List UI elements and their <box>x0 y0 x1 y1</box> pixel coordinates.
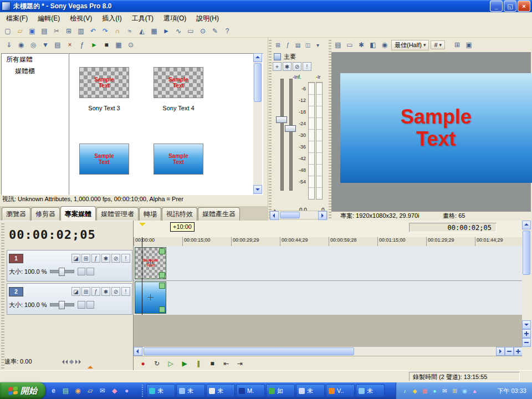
close-button[interactable]: × <box>518 1 530 12</box>
normal-edit-tool-icon[interactable]: ► <box>161 25 172 37</box>
save-icon[interactable]: ▣ <box>27 25 38 37</box>
cut-icon[interactable]: ✂ <box>51 25 62 37</box>
scroll-track[interactable] <box>279 211 318 219</box>
import-media-icon[interactable]: ⇓ <box>3 39 14 50</box>
volume-fader[interactable] <box>276 116 287 123</box>
start-preview-icon[interactable]: ► <box>89 39 100 50</box>
edit-cursor[interactable] <box>142 237 142 315</box>
time-display[interactable]: 00:00:02;05 <box>9 228 125 242</box>
play-from-start-button[interactable]: ▷ <box>165 358 177 369</box>
extract-audio-icon[interactable]: ◎ <box>28 39 39 50</box>
undo-icon[interactable]: ↶ <box>88 25 99 37</box>
track-rows[interactable]: Sample Text <box>134 246 522 315</box>
messenger-icon[interactable]: ◆ <box>110 386 119 396</box>
external-monitor-icon[interactable]: ▭ <box>345 40 355 50</box>
track-number-badge[interactable]: 1 <box>9 254 23 263</box>
ignore-event-grouping-icon[interactable]: ▦ <box>149 25 160 37</box>
minimize-button[interactable]: _ <box>490 1 503 12</box>
video-output-fx-icon[interactable]: ✱ <box>356 40 366 50</box>
copy-snapshot-icon[interactable]: ⊞ <box>452 40 462 50</box>
track-level-slider[interactable] <box>50 303 74 306</box>
lock-envelopes-icon[interactable]: ◭ <box>136 25 147 37</box>
redo-icon[interactable]: ↷ <box>100 25 111 37</box>
media-item[interactable]: Sample Text Sony Text 3 <box>79 67 140 112</box>
envelope-edit-tool-icon[interactable]: ∿ <box>173 25 184 37</box>
views-icon[interactable]: ▦ <box>113 39 124 50</box>
make-compositing-child-icon[interactable] <box>86 301 94 309</box>
track-motion-icon[interactable]: ⊞ <box>81 287 90 296</box>
menu-item[interactable]: 檔案(F) <box>1 13 33 24</box>
mute-icon[interactable]: ⊘ <box>293 62 301 71</box>
mixer-properties-icon[interactable]: ▤ <box>293 40 303 50</box>
taskbar-window-button[interactable]: V.. <box>326 384 355 397</box>
project-properties-icon[interactable]: ▤ <box>39 25 50 37</box>
zoom-out-button[interactable] <box>505 347 514 356</box>
media-thumbnail[interactable]: Sample Text <box>154 144 203 175</box>
pause-button[interactable]: ∥ <box>192 358 204 369</box>
preview-quality-button[interactable]: 最佳(Half) ▾ <box>391 40 429 50</box>
rate-marker[interactable] <box>88 363 93 369</box>
interactive-tutorials-icon[interactable]: ✎ <box>209 25 221 37</box>
scroll-track[interactable] <box>522 229 531 320</box>
scroll-down-icon[interactable] <box>253 185 262 194</box>
event-fx-icon[interactable] <box>159 272 165 278</box>
overlay-options-icon[interactable]: ◉ <box>380 40 390 50</box>
media-player-icon[interactable]: ◉ <box>73 386 83 396</box>
mixer-views-icon[interactable]: ▾ <box>313 40 323 50</box>
open-icon[interactable]: ▱ <box>14 25 25 37</box>
make-compositing-child-icon[interactable] <box>86 268 94 275</box>
scroll-right-icon[interactable] <box>318 211 327 220</box>
taskbar-window-button[interactable]: 未 <box>356 384 385 397</box>
bypass-motion-blur-icon[interactable]: ◪ <box>71 254 80 263</box>
tray-icon-3[interactable]: ▦ <box>421 387 429 395</box>
pan-crop-icon[interactable] <box>147 294 154 300</box>
scroll-right-icon[interactable] <box>496 347 505 356</box>
automation-settings-icon[interactable]: ✱ <box>101 287 110 296</box>
start-button[interactable]: 開始 <box>0 382 45 399</box>
solo-icon[interactable]: ! <box>303 62 311 71</box>
mute-icon[interactable]: ⊘ <box>111 287 120 296</box>
zoom-in-button[interactable] <box>514 347 522 356</box>
show-desktop-icon[interactable]: ▤ <box>61 386 70 396</box>
menu-item[interactable]: 選項(O) <box>158 13 191 24</box>
timeline-clip[interactable]: Sample Text <box>135 247 166 279</box>
tab[interactable]: 瀏覽器 <box>2 207 30 221</box>
save-snapshot-icon[interactable]: ▣ <box>464 40 474 50</box>
slider-knob[interactable] <box>59 301 65 309</box>
scroll-track[interactable] <box>253 62 262 185</box>
slider-knob[interactable] <box>59 268 65 276</box>
whats-this-help-icon[interactable]: ? <box>222 25 233 37</box>
media-item[interactable]: Sample Text <box>79 144 140 189</box>
insert-audio-bus-icon[interactable]: ⊞ <box>273 40 283 50</box>
tab[interactable]: 媒體產生器 <box>198 207 240 221</box>
zoom-edit-tool-icon[interactable]: ⊙ <box>197 25 208 37</box>
scroll-up-icon[interactable] <box>522 221 531 229</box>
ie-icon[interactable]: e <box>49 386 58 396</box>
go-to-start-button[interactable]: ⇤ <box>220 358 232 369</box>
tray-icon-2[interactable]: ◆ <box>411 387 419 395</box>
track-number-badge[interactable]: 2 <box>9 287 23 296</box>
solo-icon[interactable]: ! <box>121 254 130 263</box>
mute-icon[interactable]: ⊘ <box>111 254 120 263</box>
tray-icon-7[interactable]: ◉ <box>461 387 469 395</box>
project-video-properties-icon[interactable]: ▤ <box>333 40 343 50</box>
event-fade-handle-icon[interactable] <box>159 248 165 254</box>
cursor-head[interactable] <box>139 223 146 229</box>
menu-item[interactable]: 編輯(E) <box>33 13 65 24</box>
tray-icon-6[interactable]: ⊞ <box>451 387 459 395</box>
pan-crop-icon[interactable] <box>147 260 154 266</box>
media-thumbnail[interactable]: Sample Text <box>79 67 129 98</box>
mail-icon[interactable]: ✉ <box>98 386 107 396</box>
taskbar-window-button[interactable]: 未 <box>176 384 205 397</box>
timeline-clip[interactable] <box>135 282 166 314</box>
transport-time-display[interactable]: 00:00:02;05 <box>409 223 497 232</box>
composite-mode-icon[interactable] <box>78 301 85 309</box>
tab[interactable]: 媒體管理者 <box>96 207 139 221</box>
paste-icon[interactable]: ▥ <box>75 25 86 37</box>
taskbar-window-button[interactable]: 未 <box>146 384 175 397</box>
loop-playback-button[interactable]: ↻ <box>151 358 163 369</box>
scroll-left-icon[interactable] <box>270 211 279 220</box>
event-fx-icon[interactable] <box>159 306 165 313</box>
clock[interactable]: 下午 03:33 <box>497 387 532 395</box>
track-header[interactable]: 1 ◪⊞ƒ✱⊘! 大小: 100.0 % <box>7 250 132 282</box>
